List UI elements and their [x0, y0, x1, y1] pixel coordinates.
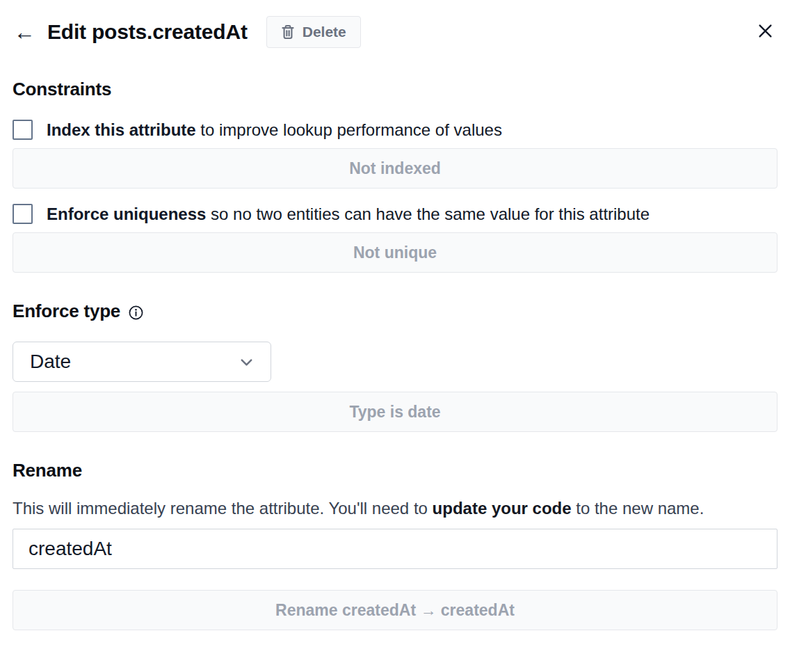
index-label-rest: to improve lookup performance of values [196, 120, 502, 139]
close-icon [756, 22, 775, 42]
index-checkbox[interactable] [13, 120, 33, 140]
type-select-value: Date [30, 351, 71, 373]
rename-action-button: Rename createdAt → createdAt [13, 590, 777, 630]
chevron-down-icon [239, 354, 255, 370]
uniqueness-label-rest: so no two entities can have the same val… [206, 205, 650, 223]
not-indexed-status-button: Not indexed [13, 148, 777, 189]
type-select[interactable]: Date [13, 342, 271, 382]
index-attribute-row: Index this attribute to improve lookup p… [13, 120, 777, 140]
close-button[interactable] [753, 19, 777, 45]
rename-desc-after: to the new name. [572, 499, 704, 518]
uniqueness-checkbox-label[interactable]: Enforce uniqueness so no two entities ca… [47, 205, 650, 224]
trash-icon [281, 24, 295, 40]
not-unique-status-button: Not unique [13, 232, 777, 273]
delete-button-label: Delete [303, 24, 346, 40]
delete-button[interactable]: Delete [266, 16, 361, 48]
info-icon[interactable] [128, 305, 144, 321]
panel-header: ← Edit posts.createdAt Delete [13, 14, 777, 50]
enforce-uniqueness-row: Enforce uniqueness so no two entities ca… [13, 204, 777, 224]
edit-attribute-panel: ← Edit posts.createdAt Delete [0, 0, 790, 672]
enforce-type-heading-row: Enforce type [13, 301, 777, 322]
uniqueness-checkbox[interactable] [13, 204, 33, 224]
rename-desc-before: This will immediately rename the attribu… [13, 499, 433, 518]
page-title: Edit posts.createdAt [47, 20, 248, 44]
uniqueness-label-bold: Enforce uniqueness [47, 205, 206, 223]
index-checkbox-label[interactable]: Index this attribute to improve lookup p… [47, 120, 502, 140]
rename-desc-bold: update your code [433, 499, 572, 518]
constraints-heading: Constraints [13, 79, 777, 100]
enforce-type-heading: Enforce type [13, 301, 120, 322]
index-label-bold: Index this attribute [47, 120, 196, 139]
type-status-button: Type is date [13, 392, 777, 432]
rename-description: This will immediately rename the attribu… [13, 495, 777, 522]
back-button[interactable]: ← [13, 22, 37, 43]
back-arrow-icon: ← [14, 20, 35, 45]
rename-heading: Rename [13, 460, 777, 481]
rename-input[interactable] [13, 529, 777, 569]
